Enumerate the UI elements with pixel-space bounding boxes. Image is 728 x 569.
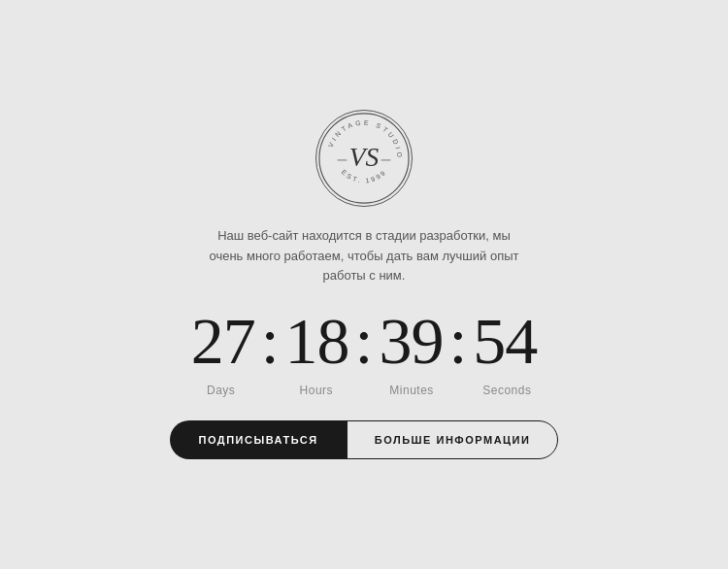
logo-svg: VINTAGE STUDIO EST. 1999 VS: [316, 110, 412, 207]
days-label: Days: [174, 384, 269, 397]
minutes-value: 39: [379, 308, 443, 374]
seconds-label: Seconds: [459, 384, 554, 397]
main-container: VINTAGE STUDIO EST. 1999 VS Наш веб-сайт…: [170, 110, 559, 459]
days-value: 27: [191, 308, 255, 374]
separator-1: :: [261, 308, 280, 374]
action-buttons: ПОДПИСЫВАТЬСЯ БОЛЬШЕ ИНФОРМАЦИИ: [170, 420, 559, 459]
separator-2: :: [355, 308, 374, 374]
subtitle-text: Наш веб-сайт находится в стадии разработ…: [209, 226, 519, 286]
separator-3: :: [448, 308, 467, 374]
logo-wrapper: VINTAGE STUDIO EST. 1999 VS: [315, 110, 413, 207]
countdown-display: 27 : 18 : 39 : 54: [191, 308, 538, 374]
subscribe-button[interactable]: ПОДПИСЫВАТЬСЯ: [170, 420, 347, 459]
minutes-label: Minutes: [364, 384, 459, 397]
countdown-labels: Days Hours Minutes Seconds: [170, 384, 559, 397]
svg-text:VS: VS: [349, 143, 380, 172]
logo-circle: VINTAGE STUDIO EST. 1999 VS: [315, 110, 413, 207]
hours-value: 18: [285, 308, 349, 374]
more-info-button[interactable]: БОЛЬШЕ ИНФОРМАЦИИ: [347, 420, 559, 459]
hours-label: Hours: [269, 384, 364, 397]
seconds-value: 54: [473, 308, 537, 374]
